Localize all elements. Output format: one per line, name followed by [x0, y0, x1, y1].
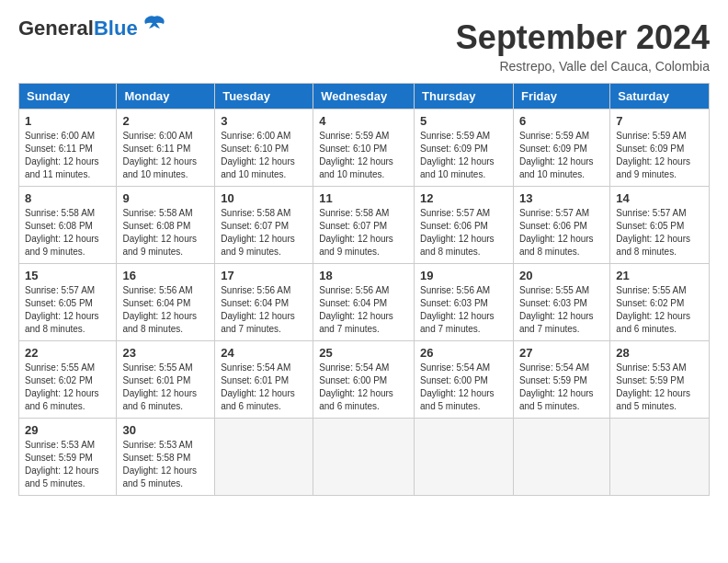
sunrise-label: Sunrise: 5:58 AM	[319, 208, 389, 218]
daylight-label: Daylight: 12 hours and 7 minutes.	[519, 311, 594, 334]
day-info: Sunrise: 5:55 AM Sunset: 6:02 PM Dayligh…	[25, 362, 110, 413]
day-number: 28	[616, 346, 703, 360]
day-number: 23	[122, 346, 209, 360]
sunrise-label: Sunrise: 5:54 AM	[420, 362, 490, 373]
sunset-label: Sunset: 6:06 PM	[420, 221, 488, 231]
sunset-label: Sunset: 6:09 PM	[519, 144, 587, 154]
day-info: Sunrise: 5:54 AM Sunset: 6:00 PM Dayligh…	[420, 362, 507, 413]
day-info: Sunrise: 5:53 AM Sunset: 5:59 PM Dayligh…	[25, 439, 110, 490]
calendar-cell: 8 Sunrise: 5:58 AM Sunset: 6:08 PM Dayli…	[19, 187, 117, 264]
day-number: 15	[25, 269, 110, 282]
sunset-label: Sunset: 5:59 PM	[25, 453, 93, 463]
calendar-cell: 9 Sunrise: 5:58 AM Sunset: 6:08 PM Dayli…	[117, 187, 215, 264]
daylight-label: Daylight: 12 hours and 6 minutes.	[221, 388, 295, 411]
daylight-label: Daylight: 12 hours and 6 minutes.	[122, 388, 197, 411]
calendar-cell: 29 Sunrise: 5:53 AM Sunset: 5:59 PM Dayl…	[19, 419, 117, 496]
sunrise-label: Sunrise: 5:56 AM	[420, 285, 490, 295]
calendar-cell: 15 Sunrise: 5:57 AM Sunset: 6:05 PM Dayl…	[19, 264, 117, 341]
calendar-cell: 16 Sunrise: 5:56 AM Sunset: 6:04 PM Dayl…	[117, 264, 215, 341]
sunset-label: Sunset: 6:07 PM	[221, 221, 289, 231]
calendar-cell: 5 Sunrise: 5:59 AM Sunset: 6:09 PM Dayli…	[415, 109, 514, 187]
day-number: 18	[319, 269, 408, 282]
logo-general: General	[18, 17, 94, 40]
sunset-label: Sunset: 5:59 PM	[616, 375, 684, 385]
daylight-label: Daylight: 12 hours and 9 minutes.	[221, 234, 295, 257]
day-number: 9	[122, 191, 209, 205]
sunset-label: Sunset: 6:08 PM	[25, 221, 93, 231]
sunrise-label: Sunrise: 5:57 AM	[519, 208, 589, 218]
calendar-cell	[313, 419, 415, 496]
calendar-cell: 1 Sunrise: 6:00 AM Sunset: 6:11 PM Dayli…	[19, 109, 117, 187]
calendar-cell	[415, 419, 514, 496]
week-row-2: 15 Sunrise: 5:57 AM Sunset: 6:05 PM Dayl…	[19, 264, 710, 341]
sunset-label: Sunset: 6:02 PM	[25, 375, 93, 385]
day-info: Sunrise: 5:58 AM Sunset: 6:08 PM Dayligh…	[25, 207, 110, 259]
sunset-label: Sunset: 6:01 PM	[122, 375, 190, 385]
day-info: Sunrise: 5:56 AM Sunset: 6:04 PM Dayligh…	[221, 284, 307, 336]
day-number: 12	[420, 191, 507, 205]
sunset-label: Sunset: 6:05 PM	[25, 298, 93, 308]
sunrise-label: Sunrise: 5:53 AM	[122, 440, 192, 450]
calendar-cell: 4 Sunrise: 5:59 AM Sunset: 6:10 PM Dayli…	[313, 109, 415, 187]
sunset-label: Sunset: 6:10 PM	[221, 144, 289, 154]
week-row-1: 8 Sunrise: 5:58 AM Sunset: 6:08 PM Dayli…	[19, 187, 710, 264]
sunset-label: Sunset: 6:02 PM	[616, 298, 684, 308]
day-number: 16	[122, 269, 209, 282]
sunrise-label: Sunrise: 6:00 AM	[221, 131, 290, 141]
week-row-3: 22 Sunrise: 5:55 AM Sunset: 6:02 PM Dayl…	[19, 341, 710, 419]
day-info: Sunrise: 5:58 AM Sunset: 6:08 PM Dayligh…	[122, 207, 209, 259]
sunrise-label: Sunrise: 5:58 AM	[122, 208, 192, 218]
daylight-label: Daylight: 12 hours and 6 minutes.	[25, 388, 99, 411]
calendar-cell: 3 Sunrise: 6:00 AM Sunset: 6:10 PM Dayli…	[215, 109, 313, 187]
day-number: 2	[122, 114, 209, 128]
daylight-label: Daylight: 12 hours and 8 minutes.	[616, 234, 690, 257]
daylight-label: Daylight: 12 hours and 10 minutes.	[122, 156, 197, 179]
calendar-cell	[513, 419, 609, 496]
daylight-label: Daylight: 12 hours and 9 minutes.	[616, 156, 690, 179]
calendar-header-row: SundayMondayTuesdayWednesdayThursdayFrid…	[19, 84, 710, 109]
calendar-cell: 17 Sunrise: 5:56 AM Sunset: 6:04 PM Dayl…	[215, 264, 313, 341]
calendar-cell: 12 Sunrise: 5:57 AM Sunset: 6:06 PM Dayl…	[415, 187, 514, 264]
day-number: 13	[519, 191, 604, 205]
calendar-cell: 2 Sunrise: 6:00 AM Sunset: 6:11 PM Dayli…	[117, 109, 215, 187]
calendar-cell: 30 Sunrise: 5:53 AM Sunset: 5:58 PM Dayl…	[117, 419, 215, 496]
sunrise-label: Sunrise: 5:59 AM	[519, 131, 589, 141]
sunset-label: Sunset: 6:07 PM	[319, 221, 387, 231]
sunset-label: Sunset: 6:00 PM	[420, 375, 488, 385]
sunrise-label: Sunrise: 5:57 AM	[25, 285, 95, 295]
day-number: 3	[221, 114, 307, 128]
calendar-cell: 28 Sunrise: 5:53 AM Sunset: 5:59 PM Dayl…	[610, 341, 710, 419]
sunrise-label: Sunrise: 5:54 AM	[319, 362, 389, 373]
day-number: 10	[221, 191, 307, 205]
week-row-0: 1 Sunrise: 6:00 AM Sunset: 6:11 PM Dayli…	[19, 109, 710, 187]
sunset-label: Sunset: 6:03 PM	[420, 298, 488, 308]
sunset-label: Sunset: 6:04 PM	[319, 298, 387, 308]
sunrise-label: Sunrise: 6:00 AM	[25, 131, 95, 141]
sunset-label: Sunset: 6:11 PM	[25, 144, 93, 154]
daylight-label: Daylight: 12 hours and 11 minutes.	[25, 156, 99, 179]
day-info: Sunrise: 5:59 AM Sunset: 6:09 PM Dayligh…	[519, 130, 604, 181]
daylight-label: Daylight: 12 hours and 10 minutes.	[221, 156, 295, 179]
day-header-thursday: Thursday	[415, 84, 514, 109]
week-row-4: 29 Sunrise: 5:53 AM Sunset: 5:59 PM Dayl…	[19, 419, 710, 496]
logo: GeneralBlue	[18, 18, 167, 39]
daylight-label: Daylight: 12 hours and 5 minutes.	[616, 388, 690, 411]
day-number: 7	[616, 114, 703, 128]
header: GeneralBlue September 2024 Restrepo, Val…	[18, 18, 710, 74]
daylight-label: Daylight: 12 hours and 7 minutes.	[319, 311, 393, 334]
calendar: SundayMondayTuesdayWednesdayThursdayFrid…	[18, 83, 710, 496]
daylight-label: Daylight: 12 hours and 9 minutes.	[319, 234, 393, 257]
sunrise-label: Sunrise: 5:58 AM	[25, 208, 95, 218]
day-header-wednesday: Wednesday	[313, 84, 415, 109]
sunrise-label: Sunrise: 5:55 AM	[122, 362, 192, 373]
sunrise-label: Sunrise: 5:58 AM	[221, 208, 290, 218]
sunrise-label: Sunrise: 5:54 AM	[519, 362, 589, 373]
day-info: Sunrise: 5:58 AM Sunset: 6:07 PM Dayligh…	[221, 207, 307, 259]
sunset-label: Sunset: 6:04 PM	[221, 298, 289, 308]
day-info: Sunrise: 5:59 AM Sunset: 6:09 PM Dayligh…	[616, 130, 703, 181]
calendar-cell: 10 Sunrise: 5:58 AM Sunset: 6:07 PM Dayl…	[215, 187, 313, 264]
daylight-label: Daylight: 12 hours and 8 minutes.	[420, 234, 495, 257]
day-info: Sunrise: 5:58 AM Sunset: 6:07 PM Dayligh…	[319, 207, 408, 259]
sunrise-label: Sunrise: 5:55 AM	[519, 285, 589, 295]
logo-blue: Blue	[94, 17, 138, 40]
